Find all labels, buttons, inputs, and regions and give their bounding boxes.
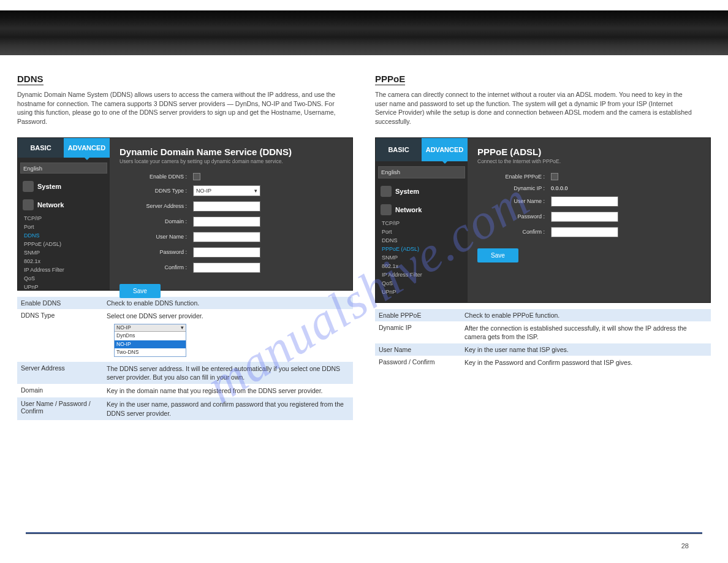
pppoe-ui-panel: BASIC ADVANCED English System Network TC… xyxy=(375,137,711,303)
language-select[interactable]: English xyxy=(20,163,107,173)
pppoe-panel-title: PPPoE (ADSL) xyxy=(477,147,700,157)
side-network: Network xyxy=(18,196,110,214)
pppoe-main: PPPoE (ADSL) Connect to the Internet wit… xyxy=(468,138,710,302)
sidebar-item[interactable]: Port xyxy=(382,229,468,235)
sidebar-item[interactable]: QoS xyxy=(24,275,110,282)
table-row: DomainKey in the domain name that you re… xyxy=(17,384,353,397)
password-input[interactable] xyxy=(551,212,618,222)
save-button[interactable]: Save xyxy=(477,248,518,262)
sidebar-item[interactable]: Port xyxy=(24,224,110,230)
dynamic-ip-value: 0.0.0.0 xyxy=(551,185,568,191)
enable-pppoe-label: Enable PPPoE : xyxy=(477,174,551,180)
domain-label: Domain : xyxy=(119,218,193,224)
ddns-heading: DDNS xyxy=(17,74,44,85)
sidebar-item[interactable]: SNMP xyxy=(24,250,110,256)
dynamic-ip-label: Dynamic IP : xyxy=(477,185,551,191)
domain-input[interactable] xyxy=(193,216,260,227)
ddns-panel-title: Dynamic Domain Name Service (DDNS) xyxy=(119,147,343,157)
pppoe-desc-table: Enable PPPoECheck to enable PPPoE functi… xyxy=(375,309,711,370)
confirm-input[interactable] xyxy=(551,227,618,237)
table-row: Dynamic IPAfter the connection is establ… xyxy=(375,321,711,343)
ddns-sidebar: BASIC ADVANCED English System Network TC… xyxy=(18,138,110,290)
footer-rule xyxy=(26,532,702,534)
ddns-ui-panel: BASIC ADVANCED English System Network TC… xyxy=(17,137,353,291)
side-network-label[interactable]: Network xyxy=(37,201,64,209)
ddns-main: Dynamic Domain Name Service (DDNS) Users… xyxy=(110,138,352,290)
ddns-type-label: DDNS Type : xyxy=(119,188,193,194)
password-label: Password : xyxy=(477,213,551,220)
language-value: English xyxy=(381,169,400,175)
tab-basic[interactable]: BASIC xyxy=(18,138,64,158)
sidebar-item[interactable]: IP Address Filter xyxy=(24,267,110,273)
tab-basic[interactable]: BASIC xyxy=(376,138,422,161)
table-row: User Name / Password / ConfirmKey in the… xyxy=(17,397,353,419)
username-label: User Name : xyxy=(119,234,193,240)
sidebar-item[interactable]: 802.1x xyxy=(24,258,110,264)
enable-ddns-label: Enable DDNS : xyxy=(119,174,193,180)
pppoe-panel-subtitle: Connect to the Internet with PPPoE. xyxy=(477,158,700,164)
username-input[interactable] xyxy=(551,196,618,207)
page-number: 28 xyxy=(681,542,689,550)
side-network-tree: TCP/IP Port DDNS PPPoE (ADSL) SNMP 802.1… xyxy=(18,215,110,290)
sidebar-item[interactable]: PPPoE (ADSL) xyxy=(24,241,110,247)
tab-advanced[interactable]: ADVANCED xyxy=(64,138,110,158)
confirm-label: Confirm : xyxy=(477,229,551,235)
sidebar-item[interactable]: UPnP xyxy=(24,284,110,290)
side-network-label[interactable]: Network xyxy=(395,206,422,213)
pppoe-heading: PPPoE xyxy=(375,74,405,85)
sidebar-item[interactable]: TCP/IP xyxy=(24,215,110,221)
right-column: PPPoE The camera can directly connect to… xyxy=(375,74,711,420)
sidebar-item[interactable]: UPnP xyxy=(382,289,468,295)
sidebar-item[interactable]: 802.1x xyxy=(382,263,468,269)
left-column: DDNS Dynamic Domain Name System (DDNS) a… xyxy=(17,74,353,420)
table-row: Enable DDNSCheck to enable DDNS function… xyxy=(17,297,353,309)
sidebar-item[interactable]: IP Address Filter xyxy=(382,272,468,278)
ddns-desc-table: Enable DDNSCheck to enable DDNS function… xyxy=(17,297,353,420)
ddns-intro: Dynamic Domain Name System (DDNS) allows… xyxy=(17,90,336,126)
table-row: Password / ConfirmKey in the Password an… xyxy=(375,356,711,369)
ddns-type-select[interactable]: NO-IP▾ xyxy=(193,185,260,196)
side-system-label[interactable]: System xyxy=(37,183,61,190)
language-value: English xyxy=(23,165,42,172)
table-row: Server AddressThe DDNS server address. I… xyxy=(17,362,353,384)
sidebar-item[interactable]: TCP/IP xyxy=(382,220,468,226)
enable-ddns-checkbox[interactable] xyxy=(193,173,200,180)
confirm-input[interactable] xyxy=(193,262,260,273)
sidebar-item[interactable]: SNMP xyxy=(382,255,468,261)
tab-advanced[interactable]: ADVANCED xyxy=(422,138,468,161)
save-button[interactable]: Save xyxy=(119,284,161,298)
gear-icon xyxy=(23,181,34,192)
gear-icon xyxy=(381,186,392,197)
table-row: DDNS Type Select one DDNS server provide… xyxy=(17,309,353,362)
sidebar-item-ddns[interactable]: DDNS xyxy=(24,232,110,239)
username-label: User Name : xyxy=(477,198,551,204)
table-row: User NameKey in the user name that ISP g… xyxy=(375,343,711,356)
pppoe-intro: The camera can directly connect to the i… xyxy=(375,90,694,126)
network-icon xyxy=(23,199,34,210)
confirm-label: Confirm : xyxy=(119,264,193,270)
page-banner xyxy=(0,10,728,55)
chevron-down-icon: ▾ xyxy=(254,188,257,194)
language-select[interactable]: English xyxy=(378,166,465,178)
sidebar-item-pppoe[interactable]: PPPoE (ADSL) xyxy=(382,246,468,252)
side-network: Network xyxy=(376,201,468,219)
password-label: Password : xyxy=(119,249,193,255)
sidebar-item[interactable]: DDNS xyxy=(382,237,468,243)
enable-pppoe-checkbox[interactable] xyxy=(551,173,558,180)
server-address-input[interactable] xyxy=(193,201,260,212)
ddns-type-dropdown-sample: NO-IP▾ DynDns NO-IP Two-DNS xyxy=(114,324,186,357)
side-network-tree: TCP/IP Port DDNS PPPoE (ADSL) SNMP 802.1… xyxy=(376,220,468,295)
server-address-label: Server Address : xyxy=(119,203,193,209)
username-input[interactable] xyxy=(193,232,260,242)
ddns-panel-subtitle: Users locate your camera by setting up d… xyxy=(119,158,343,164)
side-system: System xyxy=(376,182,468,201)
sidebar-item[interactable]: QoS xyxy=(382,280,468,286)
pppoe-sidebar: BASIC ADVANCED English System Network TC… xyxy=(376,138,468,302)
side-system-label[interactable]: System xyxy=(395,188,419,195)
side-system: System xyxy=(18,177,110,196)
password-input[interactable] xyxy=(193,247,260,258)
table-row: Enable PPPoECheck to enable PPPoE functi… xyxy=(375,309,711,321)
network-icon xyxy=(381,204,392,215)
